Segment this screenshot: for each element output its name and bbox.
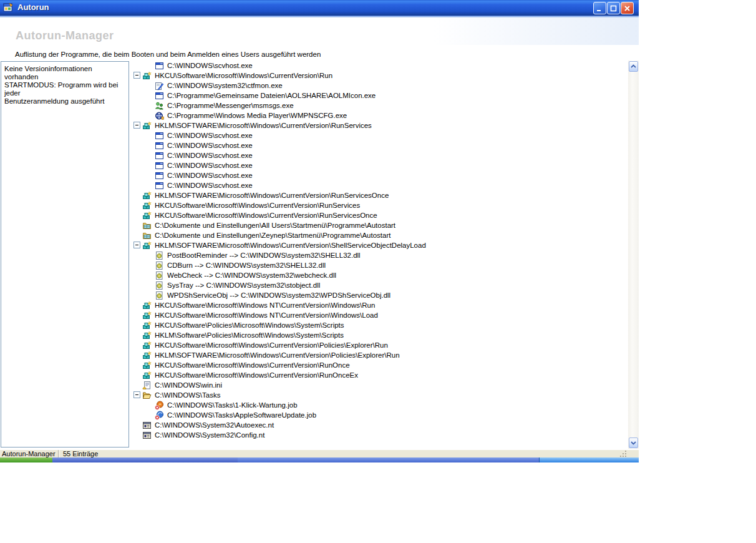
- tree-item-label: HKCU\Software\Policies\Microsoft\Windows…: [155, 321, 344, 330]
- media-icon: [155, 111, 165, 120]
- expander-minus-icon[interactable]: [132, 390, 142, 400]
- expander-minus-icon[interactable]: [132, 120, 142, 130]
- folderopen-icon: [142, 391, 152, 400]
- tree-item[interactable]: C:\WINDOWS\scvhost.exe: [132, 140, 628, 150]
- maximize-button[interactable]: [607, 2, 620, 14]
- tree-item[interactable]: C:\WINDOWS\scvhost.exe: [132, 150, 628, 160]
- taskbar-task-button[interactable]: [238, 457, 539, 462]
- tree-item[interactable]: HKCU\Software\Microsoft\Windows\CurrentV…: [132, 360, 628, 370]
- scroll-up-icon[interactable]: [629, 61, 638, 72]
- tree-item[interactable]: C:\WINDOWS\Tasks\AppleSoftwareUpdate.job: [132, 410, 628, 420]
- tree-item[interactable]: HKCU\Software\Microsoft\Windows NT\Curre…: [132, 310, 628, 320]
- indent-spacer: [132, 280, 155, 290]
- tree-item-label: C:\WINDOWS\System32\Autoexec.nt: [155, 421, 274, 430]
- tree-item[interactable]: PostBootReminder --> C:\WINDOWS\system32…: [132, 250, 628, 260]
- status-separator: [58, 450, 59, 457]
- tree-item-label: HKCU\Software\Microsoft\Windows\CurrentV…: [155, 201, 360, 210]
- header-decoration: [433, 17, 639, 45]
- tree-item[interactable]: HKCU\Software\Microsoft\Windows\CurrentV…: [132, 210, 628, 220]
- tree-item[interactable]: C:\WINDOWS\scvhost.exe: [132, 160, 628, 170]
- tree-item[interactable]: C:\WINDOWS\Tasks: [132, 390, 628, 400]
- joborange-icon: [155, 401, 165, 410]
- startfolder-icon: [142, 221, 152, 230]
- tree-item[interactable]: WebCheck --> C:\WINDOWS\system32\webchec…: [132, 270, 628, 280]
- tree-item-label: C:\WINDOWS\scvhost.exe: [167, 61, 253, 71]
- ini-icon: [142, 381, 152, 390]
- tree-item-label: C:\WINDOWS\Tasks\AppleSoftwareUpdate.job: [167, 411, 316, 420]
- tree-item[interactable]: HKLM\SOFTWARE\Microsoft\Windows\CurrentV…: [132, 240, 628, 250]
- registry-icon: [142, 321, 152, 330]
- tree-item[interactable]: C:\WINDOWS\System32\Autoexec.nt: [132, 420, 628, 430]
- close-button[interactable]: [621, 2, 634, 14]
- config-icon: [142, 431, 152, 440]
- tree-item[interactable]: HKCU\Software\Microsoft\Windows\CurrentV…: [132, 370, 628, 380]
- tree-item[interactable]: HKCU\Software\Microsoft\Windows\CurrentV…: [132, 340, 628, 350]
- tree-item-label: C:\WINDOWS\scvhost.exe: [167, 141, 253, 150]
- tree-item[interactable]: C:\WINDOWS\win.ini: [132, 380, 628, 390]
- indent-spacer: [132, 410, 155, 420]
- registry-icon: [142, 121, 152, 130]
- tree-item[interactable]: C:\Programme\Windows Media Player\WMPNSC…: [132, 110, 628, 120]
- window-icon: [155, 161, 165, 170]
- tree-item[interactable]: HKLM\Software\Policies\Microsoft\Windows…: [132, 330, 628, 340]
- indent-spacer: [132, 190, 142, 200]
- tree-item[interactable]: HKCU\Software\Microsoft\Windows\CurrentV…: [132, 71, 628, 81]
- tree-item[interactable]: C:\WINDOWS\system32\ctfmon.exe: [132, 81, 628, 90]
- tree-item-label: HKCU\Software\Microsoft\Windows\CurrentV…: [155, 371, 358, 380]
- indent-spacer: [132, 110, 155, 120]
- tree-item[interactable]: C:\WINDOWS\scvhost.exe: [132, 180, 628, 190]
- tree-item[interactable]: C:\WINDOWS\Tasks\1-Klick-Wartung.job: [132, 400, 628, 410]
- tree-item[interactable]: C:\WINDOWS\scvhost.exe: [132, 61, 628, 71]
- indent-spacer: [132, 90, 155, 100]
- tree-item-label: HKCU\Software\Microsoft\Windows\CurrentV…: [155, 341, 388, 350]
- tree-item[interactable]: HKCU\Software\Policies\Microsoft\Windows…: [132, 320, 628, 330]
- tree-item[interactable]: HKCU\Software\Microsoft\Windows NT\Curre…: [132, 300, 628, 310]
- expander-minus-icon[interactable]: [132, 240, 142, 250]
- tree-item[interactable]: HKCU\Software\Microsoft\Windows\CurrentV…: [132, 200, 628, 210]
- tree-item-label: C:\WINDOWS\System32\Config.nt: [155, 431, 264, 440]
- tree-item[interactable]: CDBurn --> C:\WINDOWS\system32\SHELL32.d…: [132, 260, 628, 270]
- tree-item[interactable]: C:\WINDOWS\System32\Config.nt: [132, 430, 628, 440]
- tree-item-label: CDBurn --> C:\WINDOWS\system32\SHELL32.d…: [167, 261, 326, 270]
- scroll-down-icon[interactable]: [629, 438, 638, 448]
- status-panel-count: 55 Einträge: [63, 450, 98, 457]
- tree-item-label: C:\WINDOWS\scvhost.exe: [167, 161, 253, 170]
- indent-spacer: [132, 360, 142, 370]
- registry-icon: [142, 211, 152, 220]
- config-icon: [142, 421, 152, 430]
- jobblue-icon: [155, 411, 165, 420]
- title-bar[interactable]: Autorun: [0, 0, 639, 16]
- tree-item[interactable]: C:\WINDOWS\scvhost.exe: [132, 170, 628, 180]
- window-icon: [155, 181, 165, 190]
- tree-item[interactable]: SysTray --> C:\WINDOWS\system32\stobject…: [132, 280, 628, 290]
- tree-item[interactable]: C:\WINDOWS\scvhost.exe: [132, 130, 628, 140]
- tree-item[interactable]: C:\Programme\Gemeinsame Dateien\AOLSHARE…: [132, 90, 628, 100]
- app-icon: [3, 2, 14, 13]
- resize-grip[interactable]: [620, 451, 628, 457]
- minimize-button[interactable]: [593, 2, 606, 14]
- tree-item[interactable]: HKLM\SOFTWARE\Microsoft\Windows\CurrentV…: [132, 120, 628, 130]
- tree-item[interactable]: WPDShServiceObj --> C:\WINDOWS\system32\…: [132, 290, 628, 300]
- start-button-sliver[interactable]: [0, 457, 52, 462]
- indent-spacer: [132, 130, 155, 140]
- expander-minus-icon[interactable]: [132, 71, 142, 81]
- tree-item[interactable]: C:\Dokumente und Einstellungen\All Users…: [132, 220, 628, 230]
- indent-spacer: [132, 420, 142, 430]
- tree-item[interactable]: HKLM\SOFTWARE\Microsoft\Windows\CurrentV…: [132, 350, 628, 360]
- tree-item-label: C:\Dokumente und Einstellungen\Zeynep\St…: [155, 231, 390, 240]
- tree-item[interactable]: C:\Dokumente und Einstellungen\Zeynep\St…: [132, 230, 628, 240]
- registry-icon: [142, 371, 152, 380]
- tree-item[interactable]: C:\Programme\Messenger\msmsgs.exe: [132, 100, 628, 110]
- window-icon: [155, 151, 165, 160]
- tree-item-label: WPDShServiceObj --> C:\WINDOWS\system32\…: [167, 291, 390, 300]
- tree: C:\WINDOWS\scvhost.exeHKCU\Software\Micr…: [132, 61, 628, 449]
- tree-item-label: HKLM\SOFTWARE\Microsoft\Windows\CurrentV…: [155, 191, 389, 200]
- registry-icon: [142, 351, 152, 360]
- tree-item-label: PostBootReminder --> C:\WINDOWS\system32…: [167, 251, 361, 260]
- indent-spacer: [132, 340, 142, 350]
- indent-spacer: [132, 61, 155, 71]
- tree-item-label: HKCU\Software\Microsoft\Windows NT\Curre…: [155, 301, 375, 310]
- indent-spacer: [132, 430, 142, 440]
- tree-item[interactable]: HKLM\SOFTWARE\Microsoft\Windows\CurrentV…: [132, 190, 628, 200]
- vertical-scrollbar[interactable]: [628, 61, 639, 449]
